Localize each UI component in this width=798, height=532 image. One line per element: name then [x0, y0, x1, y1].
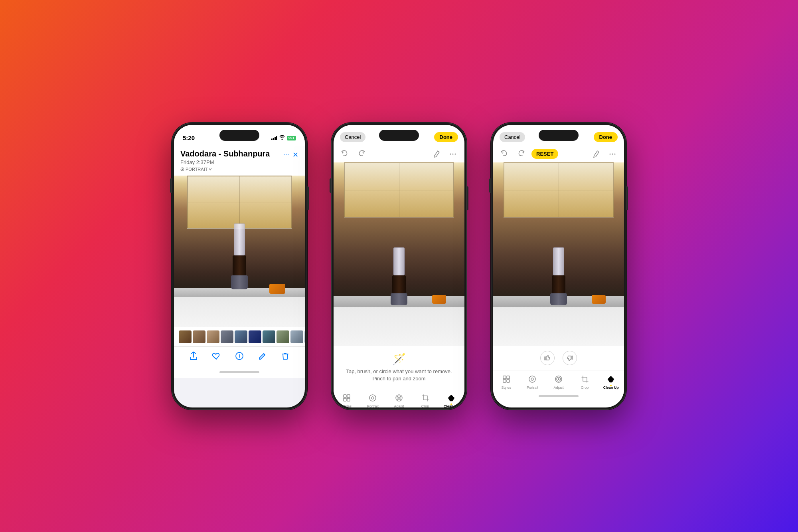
edit-tabs-2: Styles Portrait Adjust	[334, 389, 464, 407]
cleanup-icon-3	[605, 374, 616, 385]
crop-icon-2	[420, 392, 431, 403]
svg-point-6	[455, 153, 456, 154]
status-icons-1: 99+	[271, 135, 296, 141]
brush-icon-2: 🪄	[340, 352, 458, 366]
tab-cleanup-2[interactable]: Clean Up	[440, 392, 462, 407]
home-indicator-3	[493, 391, 624, 401]
phone-3: Cancel Done RESET	[491, 123, 626, 410]
done-button-2[interactable]: Done	[434, 132, 458, 142]
thumb-5[interactable]	[235, 330, 247, 343]
svg-point-24	[531, 378, 533, 380]
tab-styles-3[interactable]: Styles	[496, 374, 517, 390]
svg-point-16	[610, 153, 611, 154]
thumbs-up-button[interactable]	[540, 351, 555, 365]
thumbnail-strip	[174, 327, 305, 346]
wifi-icon-1	[279, 135, 285, 141]
phone-2: Cancel Done	[331, 123, 467, 410]
svg-point-11	[369, 395, 376, 401]
close-icon[interactable]: ✕	[292, 150, 298, 159]
thumb-3[interactable]	[207, 330, 219, 343]
cleanup-icon-2	[446, 392, 457, 403]
cancel-button-2[interactable]: Cancel	[340, 132, 365, 142]
svg-point-5	[452, 153, 454, 154]
styles-icon-3	[501, 374, 512, 385]
dynamic-island-2	[379, 130, 419, 141]
photos-header: Vadodara - Subhanpura Friday 2:37PM PORT…	[174, 146, 305, 176]
tab-styles-label-2: Styles	[342, 404, 352, 407]
undo-icon-3[interactable]	[500, 149, 510, 159]
svg-rect-9	[344, 398, 346, 401]
background: 5:20 99+	[0, 0, 798, 532]
scale-3	[592, 295, 606, 304]
svg-point-15	[398, 397, 400, 399]
tab-cleanup-3[interactable]: Clean Up	[600, 374, 622, 390]
tab-styles-label-3: Styles	[502, 386, 512, 390]
svg-point-17	[612, 153, 613, 154]
tab-crop-2[interactable]: Crop	[415, 392, 436, 407]
thumb-4[interactable]	[221, 330, 233, 343]
photo-content-3	[493, 162, 624, 346]
markup-icon-2[interactable]	[432, 149, 442, 159]
header-icons: ··· ✕	[283, 150, 298, 159]
delete-button[interactable]	[279, 350, 291, 362]
thumb-2[interactable]	[193, 330, 205, 343]
home-indicator-1	[174, 367, 305, 378]
tab-adjust-2[interactable]: Adjust	[388, 392, 410, 407]
adjust-icon-3	[553, 374, 564, 385]
thumb-10[interactable]	[304, 330, 305, 343]
thumb-1[interactable]	[179, 330, 192, 343]
markup-icon-3[interactable]	[591, 149, 602, 159]
more-icon-3[interactable]	[607, 149, 618, 159]
thumb-8[interactable]	[277, 330, 289, 343]
undo-icon-2[interactable]	[340, 149, 350, 159]
bottom-toolbar-1: i	[174, 346, 305, 367]
tab-portrait-label-2: Portrait	[367, 404, 379, 407]
status-time-1: 5:20	[183, 134, 195, 141]
tab-portrait-3[interactable]: Portrait	[521, 374, 543, 390]
svg-point-4	[450, 153, 451, 154]
svg-point-23	[529, 376, 535, 382]
thumb-9[interactable]	[290, 330, 303, 343]
phone-1: 5:20 99+	[172, 123, 307, 410]
tab-adjust-label-3: Adjust	[553, 386, 563, 390]
info-button[interactable]: i	[233, 350, 245, 362]
more-icon-2[interactable]	[448, 149, 458, 159]
tab-styles-2[interactable]: Styles	[336, 392, 358, 407]
portrait-label: PORTRAIT	[186, 167, 207, 172]
svg-rect-10	[347, 398, 350, 401]
portrait-icon-2	[367, 392, 378, 403]
svg-rect-21	[503, 380, 506, 382]
ellipsis-icon[interactable]: ···	[283, 150, 289, 159]
done-button-3[interactable]: Done	[594, 132, 618, 142]
tab-crop-label-2: Crop	[421, 404, 429, 407]
tab-crop-3[interactable]: Crop	[574, 374, 596, 390]
favorite-button[interactable]	[210, 350, 222, 362]
redo-icon-3[interactable]	[516, 149, 526, 159]
tab-portrait-2[interactable]: Portrait	[362, 392, 383, 407]
thumb-7[interactable]	[263, 330, 275, 343]
cancel-button-3[interactable]: Cancel	[500, 132, 525, 142]
photo-content-2	[334, 162, 464, 346]
photo-title: Vadodara - Subhanpura	[180, 149, 270, 158]
tab-adjust-3[interactable]: Adjust	[548, 374, 569, 390]
aeropress-3	[550, 247, 567, 305]
dynamic-island-1	[219, 130, 259, 141]
svg-point-18	[614, 153, 616, 154]
dynamic-island-3	[539, 130, 579, 141]
svg-point-1	[182, 168, 183, 170]
share-button[interactable]	[188, 350, 200, 362]
redo-icon-2[interactable]	[356, 149, 366, 159]
svg-rect-7	[344, 395, 346, 398]
thumbs-down-button[interactable]	[563, 351, 577, 365]
thumb-6[interactable]	[249, 330, 261, 343]
portrait-badge: PORTRAIT	[180, 167, 270, 172]
window-frame-3	[504, 162, 614, 218]
edit-button[interactable]	[257, 350, 269, 362]
edit-top-toolbar-3: RESET	[493, 146, 624, 162]
aeropress-2	[391, 247, 407, 305]
cleanup-instruction: 🪄 Tap, brush, or circle what you want to…	[334, 346, 464, 389]
reset-button[interactable]: RESET	[531, 149, 558, 159]
svg-rect-8	[347, 395, 350, 398]
scale-2	[432, 295, 446, 304]
svg-point-27	[558, 378, 559, 380]
